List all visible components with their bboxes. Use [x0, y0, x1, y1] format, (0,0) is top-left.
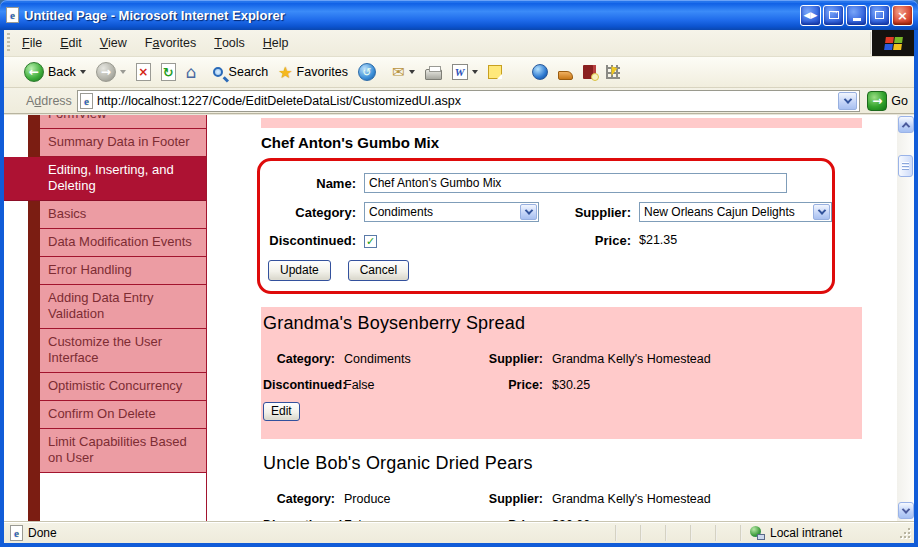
tutorial-sidebar: FormView Summary Data in Footer Editing,…: [4, 115, 207, 521]
mail-icon: ✉: [392, 63, 405, 81]
product-title: Uncle Bob's Organic Dried Pears: [263, 453, 862, 474]
address-bar: Address http://localhost:1227/Code/EditD…: [4, 88, 914, 114]
scroll-thumb[interactable]: [898, 155, 913, 177]
maximize-button[interactable]: [869, 5, 890, 26]
messenger-button[interactable]: [529, 62, 551, 82]
addon-shoe-button[interactable]: [555, 63, 576, 82]
vertical-scrollbar[interactable]: [897, 115, 914, 521]
popout-window-button[interactable]: [823, 5, 844, 26]
note-icon: [488, 65, 502, 79]
menu-tools[interactable]: Tools: [205, 30, 254, 56]
chevron-down-icon[interactable]: [813, 204, 830, 220]
discontinued-checkbox[interactable]: [364, 235, 377, 248]
word-dropdown-icon[interactable]: [472, 70, 478, 74]
sidebar-item-formview[interactable]: FormView: [40, 115, 206, 129]
menu-help[interactable]: Help: [254, 30, 298, 56]
title-bar[interactable]: Untitled Page - Microsoft Internet Explo…: [0, 0, 918, 30]
menu-favorites[interactable]: Favorites: [136, 30, 205, 56]
address-url[interactable]: http://localhost:1227/Code/EditDeleteDat…: [97, 94, 834, 108]
discuss-button[interactable]: [485, 63, 505, 81]
toolbar-grip[interactable]: [6, 33, 11, 53]
back-dropdown-icon[interactable]: [80, 70, 86, 74]
chevron-down-icon[interactable]: [520, 204, 537, 220]
refresh-button[interactable]: ↻: [158, 61, 179, 83]
discontinued-cell: [364, 231, 545, 249]
chevron-glyph: [817, 206, 825, 214]
product-item-grandmas: Grandma's Boysenberry Spread Category: C…: [261, 307, 862, 439]
minimize-button[interactable]: [846, 5, 867, 26]
edit-item-title: Chef Anton's Gumbo Mix: [261, 134, 862, 151]
datalist-content: Chef Anton's Gumbo Mix Name: Category: C…: [207, 115, 897, 521]
minimize-icon: [853, 18, 861, 21]
favorites-label: Favorites: [297, 65, 348, 79]
window-body: File Edit View Favorites Tools Help ← Ba…: [0, 30, 918, 547]
status-pane: [692, 522, 715, 543]
research-icon: [583, 65, 596, 79]
supplier-select[interactable]: New Orleans Cajun Delights: [639, 202, 832, 222]
print-button[interactable]: [422, 62, 445, 82]
edit-with-word-button[interactable]: W: [449, 62, 481, 82]
grid-lightning-icon: [606, 65, 620, 79]
go-label: Go: [891, 94, 908, 108]
product-item-uncle-bobs: Uncle Bob's Organic Dried Pears Category…: [261, 447, 862, 521]
sidebar-item-editing-inserting-deleting[interactable]: Editing, Inserting, and Deleting: [4, 157, 206, 201]
status-pane: [667, 522, 690, 543]
sidebar-item-confirm-on-delete[interactable]: Confirm On Delete: [40, 401, 206, 429]
scroll-up-button[interactable]: [898, 116, 914, 133]
sidebar-item-customize-the-user-interface[interactable]: Customize the User Interface: [40, 329, 206, 373]
address-field[interactable]: http://localhost:1227/Code/EditDeleteDat…: [77, 90, 860, 112]
status-pane: [617, 522, 640, 543]
messenger-icon: [532, 64, 548, 80]
cancel-button[interactable]: Cancel: [348, 260, 409, 281]
back-circle-icon: ←: [24, 62, 44, 82]
scroll-down-button[interactable]: [898, 502, 914, 519]
mail-dropdown-icon[interactable]: [409, 70, 415, 74]
back-button[interactable]: ← Back: [21, 60, 89, 84]
mail-button[interactable]: ✉: [389, 61, 418, 83]
sidebar-item-summary-data-in-footer[interactable]: Summary Data in Footer: [40, 129, 206, 157]
forward-dropdown-icon[interactable]: [120, 70, 126, 74]
pan-arrows-button[interactable]: ◀▶: [800, 5, 821, 26]
status-pane: [717, 522, 740, 543]
sidebar-item-limit-capabilities[interactable]: Limit Capabilities Based on User: [40, 429, 206, 473]
sidebar-item-optimistic-concurrency[interactable]: Optimistic Concurrency: [40, 373, 206, 401]
favorites-star-icon: ★: [278, 63, 292, 82]
history-button[interactable]: ↺: [355, 61, 379, 83]
sidebar-item-adding-data-entry-validation[interactable]: Adding Data Entry Validation: [40, 285, 206, 329]
addon-grid-button[interactable]: [603, 63, 623, 81]
chevron-down-icon: [844, 95, 852, 103]
category-value: Produce: [344, 492, 434, 506]
go-button[interactable]: → Go: [865, 91, 908, 111]
menu-bar: File Edit View Favorites Tools Help: [4, 30, 914, 57]
home-button[interactable]: ⌂: [183, 60, 200, 84]
discontinued-label: Discontinued:: [266, 233, 356, 248]
print-icon: [425, 69, 442, 80]
sidebar-item-error-handling[interactable]: Error Handling: [40, 257, 206, 285]
category-select[interactable]: Condiments: [364, 202, 539, 222]
resize-grip[interactable]: [898, 526, 911, 539]
favorites-button[interactable]: ★ Favorites: [275, 61, 351, 84]
menu-file[interactable]: File: [13, 30, 51, 56]
name-input[interactable]: [364, 173, 787, 193]
home-icon: ⌂: [186, 62, 197, 82]
category-label: Category:: [263, 352, 335, 366]
price-value: $30.25: [552, 378, 862, 392]
sidebar-nav: FormView Summary Data in Footer Editing,…: [40, 115, 207, 521]
sidebar-item-basics[interactable]: Basics: [40, 201, 206, 229]
chevron-glyph: [524, 206, 532, 214]
forward-button[interactable]: →: [93, 60, 129, 84]
go-arrow-icon: →: [867, 91, 887, 111]
sidebar-item-data-modification-events[interactable]: Data Modification Events: [40, 229, 206, 257]
popout-icon: [829, 11, 839, 19]
close-button[interactable]: ×: [892, 5, 913, 26]
edit-button[interactable]: Edit: [263, 402, 300, 421]
stop-button[interactable]: ×: [133, 61, 154, 83]
search-button[interactable]: Search: [210, 63, 272, 81]
research-button[interactable]: [580, 63, 599, 81]
product-fields: Category: Produce Supplier: Grandma Kell…: [263, 492, 862, 521]
status-message-pane: Done: [6, 525, 615, 541]
menu-edit[interactable]: Edit: [51, 30, 91, 56]
update-button[interactable]: Update: [268, 260, 331, 281]
menu-view[interactable]: View: [91, 30, 136, 56]
address-dropdown-button[interactable]: [838, 92, 857, 110]
